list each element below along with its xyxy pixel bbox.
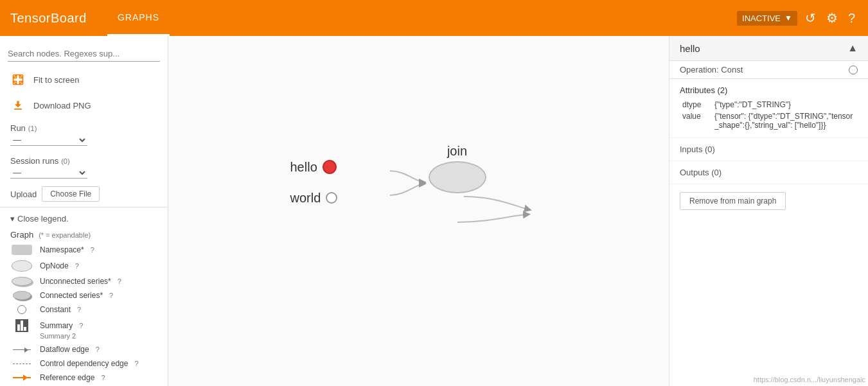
legend-label-summary: Summary xyxy=(40,321,73,330)
summary2-label: Summary 2 xyxy=(10,332,157,340)
panel-header: hello ▲ xyxy=(669,36,868,61)
download-png-label: Download PNG xyxy=(33,101,91,110)
shape-constant xyxy=(10,305,33,314)
node-world-circle xyxy=(326,192,337,204)
help-icon-opnode[interactable]: ? xyxy=(75,262,79,270)
main-layout: Fit to screen Download PNG Run (1) — Ses… xyxy=(0,36,868,386)
shape-unconnected xyxy=(10,277,33,286)
fit-to-screen-icon xyxy=(10,72,26,87)
legend-label-control: Control dependency edge xyxy=(40,359,128,368)
legend-label-reference: Reference edge xyxy=(40,373,94,382)
node-hello[interactable]: hello xyxy=(290,160,337,175)
remove-from-main-graph-button[interactable]: Remove from main graph xyxy=(680,192,786,210)
attr-dtype-key: dtype xyxy=(680,99,712,110)
footer-url: https://blog.csdn.n.../liuyunshengaic xyxy=(754,376,865,383)
attr-value-key: value xyxy=(680,110,712,131)
session-section: Session runs (0) — xyxy=(0,151,168,184)
legend-label-connected: Connected series* xyxy=(40,291,103,300)
sidebar: Fit to screen Download PNG Run (1) — Ses… xyxy=(0,36,168,386)
legend-label-dataflow: Dataflow edge xyxy=(40,345,89,354)
help-icon-dataflow[interactable]: ? xyxy=(96,346,100,353)
help-icon-control[interactable]: ? xyxy=(134,360,138,367)
shape-connected xyxy=(10,291,33,300)
session-label: Session runs (0) xyxy=(10,156,157,166)
attr-row-value: value {"tensor": {"dtype":"DT_STRING","t… xyxy=(680,110,858,131)
nav-item-graphs[interactable]: GRAPHS xyxy=(107,0,170,36)
legend-item-reference: Reference edge ? xyxy=(10,371,157,385)
help-icon-unconnected[interactable]: ? xyxy=(118,277,121,285)
shape-summary xyxy=(10,319,33,332)
panel-attributes: Attributes (2) dtype {"type":"DT_STRING"… xyxy=(669,79,868,138)
close-legend-button[interactable]: ▾ Close legend. xyxy=(0,210,168,227)
status-label: INACTIVE xyxy=(742,13,781,23)
node-hello-label: hello xyxy=(290,160,317,175)
divider-1 xyxy=(0,207,168,207)
download-icon xyxy=(10,98,26,113)
help-icon-reference[interactable]: ? xyxy=(101,374,105,382)
app-logo: TensorBoard xyxy=(10,11,87,26)
shape-reference xyxy=(10,377,33,378)
node-world[interactable]: world xyxy=(290,191,338,206)
search-input[interactable] xyxy=(8,46,160,62)
shape-opnode xyxy=(10,260,33,272)
attr-row-dtype: dtype {"type":"DT_STRING"} xyxy=(680,99,858,110)
legend-item-unconnected: Unconnected series* ? xyxy=(10,274,157,288)
shape-control xyxy=(10,364,33,364)
attr-dtype-val: {"type":"DT_STRING"} xyxy=(712,99,858,110)
help-icon-namespace[interactable]: ? xyxy=(91,246,94,254)
attr-value-val: {"tensor": {"dtype":"DT_STRING","tensor_… xyxy=(712,110,858,131)
help-icon-constant[interactable]: ? xyxy=(77,306,81,313)
right-panel: hello ▲ Operation: Const Attributes (2) … xyxy=(669,36,868,386)
legend-item-opnode: OpNode ? xyxy=(10,258,157,274)
run-section: Run (1) — xyxy=(0,118,168,151)
chevron-down-icon: ▼ xyxy=(784,13,792,22)
shape-dataflow xyxy=(10,349,33,350)
node-world-label: world xyxy=(290,191,321,206)
node-join-oval xyxy=(429,161,486,193)
session-select[interactable]: — xyxy=(10,167,87,179)
legend-label-opnode: OpNode xyxy=(40,261,69,270)
upload-label: Upload xyxy=(10,189,37,199)
panel-operation: Operation: Const xyxy=(669,61,868,79)
search-box xyxy=(8,46,160,62)
node-join[interactable]: join xyxy=(429,144,486,193)
choose-file-button[interactable]: Choose File xyxy=(42,186,100,202)
run-select[interactable]: — xyxy=(10,134,87,146)
inputs-title: Inputs (0) xyxy=(680,145,715,154)
node-hello-circle xyxy=(323,160,337,174)
run-label: Run (1) xyxy=(10,123,157,133)
header-right: INACTIVE ▼ ↺ ⚙ ? xyxy=(737,8,858,28)
status-selector[interactable]: INACTIVE ▼ xyxy=(737,11,797,26)
shape-namespace xyxy=(10,245,33,255)
fit-to-screen-label: Fit to screen xyxy=(33,75,80,85)
legend-item-connected: Connected series* ? xyxy=(10,288,157,303)
help-icon-connected[interactable]: ? xyxy=(109,292,113,299)
panel-op-circle xyxy=(849,66,858,75)
fit-to-screen-button[interactable]: Fit to screen xyxy=(0,67,168,92)
legend-item-constant: Constant ? xyxy=(10,303,157,317)
help-icon-summary[interactable]: ? xyxy=(79,322,83,329)
refresh-button[interactable]: ↺ xyxy=(802,8,819,28)
outputs-title: Outputs (0) xyxy=(680,168,722,177)
settings-button[interactable]: ⚙ xyxy=(824,8,840,28)
legend-label-unconnected: Unconnected series* xyxy=(40,277,111,286)
panel-operation-label: Operation: Const xyxy=(680,65,743,75)
help-button[interactable]: ? xyxy=(846,8,858,28)
legend-item-namespace: Namespace* ? xyxy=(10,242,157,258)
panel-title: hello xyxy=(680,43,700,54)
main-nav: GRAPHS xyxy=(107,0,170,36)
legend-label-constant: Constant xyxy=(40,305,71,314)
attr-table: dtype {"type":"DT_STRING"} value {"tenso… xyxy=(680,99,858,131)
panel-close-button[interactable]: ▲ xyxy=(847,42,858,54)
legend-section: Graph (* = expandable) Namespace* ? OpNo… xyxy=(0,227,168,386)
legend-label-namespace: Namespace* xyxy=(40,245,84,254)
legend-item-dataflow: Dataflow edge ? xyxy=(10,342,157,356)
download-png-button[interactable]: Download PNG xyxy=(0,92,168,118)
attributes-title: Attributes (2) xyxy=(680,85,858,95)
panel-outputs: Outputs (0) xyxy=(669,161,868,184)
node-join-label: join xyxy=(429,144,486,159)
graph-canvas[interactable]: hello world xyxy=(168,36,669,386)
app-header: TensorBoard GRAPHS INACTIVE ▼ ↺ ⚙ ? xyxy=(0,0,868,36)
legend-item-control: Control dependency edge ? xyxy=(10,356,157,371)
chevron-down-icon-legend: ▾ xyxy=(10,214,15,224)
